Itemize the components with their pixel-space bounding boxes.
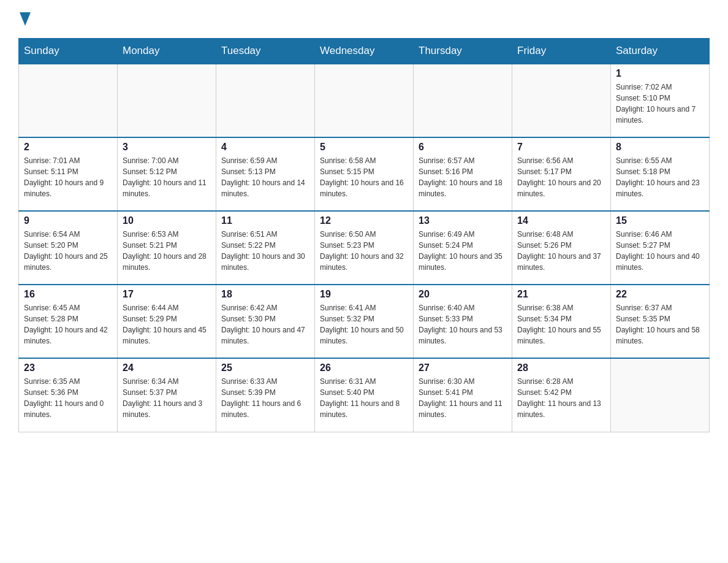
calendar-cell: 11Sunrise: 6:51 AMSunset: 5:22 PMDayligh… [216, 211, 315, 285]
calendar-cell [611, 358, 710, 432]
calendar-cell: 19Sunrise: 6:41 AMSunset: 5:32 PMDayligh… [315, 285, 414, 358]
day-number: 25 [221, 362, 309, 373]
day-info: Sunrise: 6:38 AMSunset: 5:34 PMDaylight:… [517, 302, 605, 347]
day-info: Sunrise: 6:42 AMSunset: 5:30 PMDaylight:… [221, 302, 309, 347]
weekday-header-wednesday: Wednesday [315, 39, 414, 64]
day-info: Sunrise: 6:33 AMSunset: 5:39 PMDaylight:… [221, 376, 309, 420]
calendar-cell: 1Sunrise: 7:02 AMSunset: 5:10 PMDaylight… [611, 64, 710, 137]
calendar-cell [315, 64, 414, 137]
calendar-cell: 14Sunrise: 6:48 AMSunset: 5:26 PMDayligh… [512, 211, 611, 285]
day-number: 1 [616, 68, 704, 79]
calendar-cell: 21Sunrise: 6:38 AMSunset: 5:34 PMDayligh… [512, 285, 611, 358]
calendar-cell: 23Sunrise: 6:35 AMSunset: 5:36 PMDayligh… [19, 358, 118, 432]
day-number: 3 [123, 142, 211, 153]
calendar-cell: 13Sunrise: 6:49 AMSunset: 5:24 PMDayligh… [414, 211, 512, 285]
week-row-3: 9Sunrise: 6:54 AMSunset: 5:20 PMDaylight… [19, 211, 710, 285]
day-info: Sunrise: 7:01 AMSunset: 5:11 PMDaylight:… [24, 155, 112, 199]
day-info: Sunrise: 6:58 AMSunset: 5:15 PMDaylight:… [320, 155, 408, 199]
day-number: 11 [221, 215, 309, 226]
calendar-cell [118, 64, 216, 137]
calendar-cell: 28Sunrise: 6:28 AMSunset: 5:42 PMDayligh… [512, 358, 611, 432]
day-info: Sunrise: 6:40 AMSunset: 5:33 PMDaylight:… [419, 302, 507, 347]
day-number: 4 [221, 142, 309, 153]
calendar-table: SundayMondayTuesdayWednesdayThursdayFrid… [18, 38, 710, 432]
calendar-cell: 22Sunrise: 6:37 AMSunset: 5:35 PMDayligh… [611, 285, 710, 358]
day-number: 10 [123, 215, 211, 226]
weekday-header-tuesday: Tuesday [216, 39, 315, 64]
day-info: Sunrise: 6:35 AMSunset: 5:36 PMDaylight:… [24, 376, 112, 420]
weekday-header-monday: Monday [118, 39, 216, 64]
logo [18, 12, 31, 28]
day-number: 14 [517, 215, 605, 226]
calendar-cell [19, 64, 118, 137]
calendar-cell: 27Sunrise: 6:30 AMSunset: 5:41 PMDayligh… [414, 358, 512, 432]
weekday-header-friday: Friday [512, 39, 611, 64]
day-number: 9 [24, 215, 112, 226]
day-number: 27 [419, 362, 507, 373]
day-number: 16 [24, 289, 112, 300]
calendar-cell [414, 64, 512, 137]
day-number: 12 [320, 215, 408, 226]
day-info: Sunrise: 6:31 AMSunset: 5:40 PMDaylight:… [320, 376, 408, 420]
svg-marker-0 [20, 12, 31, 26]
calendar-cell: 25Sunrise: 6:33 AMSunset: 5:39 PMDayligh… [216, 358, 315, 432]
day-number: 2 [24, 142, 112, 153]
calendar-cell: 17Sunrise: 6:44 AMSunset: 5:29 PMDayligh… [118, 285, 216, 358]
day-info: Sunrise: 6:54 AMSunset: 5:20 PMDaylight:… [24, 229, 112, 273]
day-number: 18 [221, 289, 309, 300]
day-info: Sunrise: 6:28 AMSunset: 5:42 PMDaylight:… [517, 376, 605, 420]
calendar-cell: 8Sunrise: 6:55 AMSunset: 5:18 PMDaylight… [611, 137, 710, 211]
calendar-cell: 20Sunrise: 6:40 AMSunset: 5:33 PMDayligh… [414, 285, 512, 358]
day-number: 23 [24, 362, 112, 373]
day-info: Sunrise: 6:41 AMSunset: 5:32 PMDaylight:… [320, 302, 408, 347]
calendar-cell: 3Sunrise: 7:00 AMSunset: 5:12 PMDaylight… [118, 137, 216, 211]
calendar-cell: 2Sunrise: 7:01 AMSunset: 5:11 PMDaylight… [19, 137, 118, 211]
day-info: Sunrise: 6:59 AMSunset: 5:13 PMDaylight:… [221, 155, 309, 199]
day-number: 17 [123, 289, 211, 300]
week-row-1: 1Sunrise: 7:02 AMSunset: 5:10 PMDaylight… [19, 64, 710, 137]
day-info: Sunrise: 6:53 AMSunset: 5:21 PMDaylight:… [123, 229, 211, 273]
week-row-5: 23Sunrise: 6:35 AMSunset: 5:36 PMDayligh… [19, 358, 710, 432]
day-number: 5 [320, 142, 408, 153]
calendar-cell: 18Sunrise: 6:42 AMSunset: 5:30 PMDayligh… [216, 285, 315, 358]
day-number: 21 [517, 289, 605, 300]
weekday-header-sunday: Sunday [19, 39, 118, 64]
day-number: 13 [419, 215, 507, 226]
day-info: Sunrise: 6:50 AMSunset: 5:23 PMDaylight:… [320, 229, 408, 273]
week-row-4: 16Sunrise: 6:45 AMSunset: 5:28 PMDayligh… [19, 285, 710, 358]
day-info: Sunrise: 6:48 AMSunset: 5:26 PMDaylight:… [517, 229, 605, 273]
calendar-cell: 26Sunrise: 6:31 AMSunset: 5:40 PMDayligh… [315, 358, 414, 432]
day-info: Sunrise: 6:57 AMSunset: 5:16 PMDaylight:… [419, 155, 507, 199]
day-number: 6 [419, 142, 507, 153]
day-number: 8 [616, 142, 704, 153]
day-info: Sunrise: 6:56 AMSunset: 5:17 PMDaylight:… [517, 155, 605, 199]
day-number: 26 [320, 362, 408, 373]
day-info: Sunrise: 6:37 AMSunset: 5:35 PMDaylight:… [616, 302, 704, 347]
day-info: Sunrise: 6:30 AMSunset: 5:41 PMDaylight:… [419, 376, 507, 420]
calendar-cell: 7Sunrise: 6:56 AMSunset: 5:17 PMDaylight… [512, 137, 611, 211]
page-header [18, 12, 710, 28]
calendar-cell: 9Sunrise: 6:54 AMSunset: 5:20 PMDaylight… [19, 211, 118, 285]
day-info: Sunrise: 6:34 AMSunset: 5:37 PMDaylight:… [123, 376, 211, 420]
calendar-cell: 15Sunrise: 6:46 AMSunset: 5:27 PMDayligh… [611, 211, 710, 285]
day-number: 28 [517, 362, 605, 373]
weekday-header-saturday: Saturday [611, 39, 710, 64]
day-info: Sunrise: 6:44 AMSunset: 5:29 PMDaylight:… [123, 302, 211, 347]
day-info: Sunrise: 7:02 AMSunset: 5:10 PMDaylight:… [616, 82, 704, 126]
day-info: Sunrise: 6:45 AMSunset: 5:28 PMDaylight:… [24, 302, 112, 347]
calendar-cell: 4Sunrise: 6:59 AMSunset: 5:13 PMDaylight… [216, 137, 315, 211]
logo-triangle-icon [20, 12, 31, 26]
day-number: 19 [320, 289, 408, 300]
day-info: Sunrise: 6:51 AMSunset: 5:22 PMDaylight:… [221, 229, 309, 273]
calendar-cell: 10Sunrise: 6:53 AMSunset: 5:21 PMDayligh… [118, 211, 216, 285]
calendar-cell: 6Sunrise: 6:57 AMSunset: 5:16 PMDaylight… [414, 137, 512, 211]
day-info: Sunrise: 6:55 AMSunset: 5:18 PMDaylight:… [616, 155, 704, 199]
calendar-cell: 12Sunrise: 6:50 AMSunset: 5:23 PMDayligh… [315, 211, 414, 285]
weekday-header-thursday: Thursday [414, 39, 512, 64]
calendar-cell: 24Sunrise: 6:34 AMSunset: 5:37 PMDayligh… [118, 358, 216, 432]
day-number: 22 [616, 289, 704, 300]
calendar-cell: 5Sunrise: 6:58 AMSunset: 5:15 PMDaylight… [315, 137, 414, 211]
day-number: 20 [419, 289, 507, 300]
day-info: Sunrise: 6:49 AMSunset: 5:24 PMDaylight:… [419, 229, 507, 273]
week-row-2: 2Sunrise: 7:01 AMSunset: 5:11 PMDaylight… [19, 137, 710, 211]
